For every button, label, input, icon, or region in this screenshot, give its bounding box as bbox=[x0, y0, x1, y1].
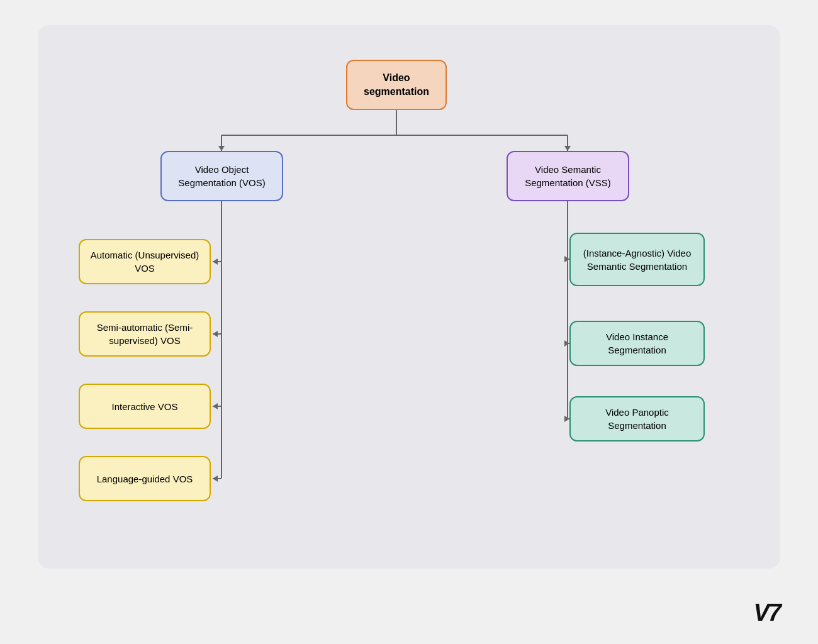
svg-marker-13 bbox=[213, 403, 218, 409]
vss-label: Video Semantic Segmentation (VSS) bbox=[518, 163, 618, 189]
panoptic-node: Video Panoptic Segmentation bbox=[569, 396, 705, 441]
diagram-container: Video segmentation Video Object Segmenta… bbox=[38, 25, 780, 569]
semi-vos-node: Semi-automatic (Semi-supervised) VOS bbox=[79, 311, 211, 357]
video-instance-label: Video Instance Segmentation bbox=[581, 330, 693, 357]
instance-agnostic-node: (Instance-Agnostic) Video Semantic Segme… bbox=[569, 233, 705, 286]
instance-agnostic-label: (Instance-Agnostic) Video Semantic Segme… bbox=[581, 247, 693, 273]
v7-logo: V7 bbox=[754, 599, 780, 626]
semi-vos-label: Semi-automatic (Semi-supervised) VOS bbox=[90, 321, 199, 347]
svg-marker-22 bbox=[564, 416, 569, 422]
interactive-vos-node: Interactive VOS bbox=[79, 384, 211, 429]
auto-vos-label: Automatic (Unsupervised) VOS bbox=[90, 248, 199, 275]
vss-node: Video Semantic Segmentation (VSS) bbox=[507, 151, 629, 201]
interactive-vos-label: Interactive VOS bbox=[111, 400, 177, 413]
diagram-inner: Video segmentation Video Object Segmenta… bbox=[38, 25, 780, 569]
svg-marker-15 bbox=[213, 475, 218, 482]
vos-label: Video Object Segmentation (VOS) bbox=[172, 163, 272, 189]
auto-vos-node: Automatic (Unsupervised) VOS bbox=[79, 239, 211, 284]
svg-marker-6 bbox=[564, 146, 571, 151]
root-node: Video segmentation bbox=[346, 60, 447, 110]
video-instance-node: Video Instance Segmentation bbox=[569, 321, 705, 366]
svg-marker-18 bbox=[564, 256, 569, 262]
vos-node: Video Object Segmentation (VOS) bbox=[160, 151, 283, 201]
page-wrapper: Video segmentation Video Object Segmenta… bbox=[0, 0, 818, 644]
svg-marker-11 bbox=[213, 331, 218, 337]
language-vos-node: Language-guided VOS bbox=[79, 456, 211, 501]
svg-marker-9 bbox=[213, 258, 218, 265]
svg-marker-4 bbox=[218, 146, 225, 151]
language-vos-label: Language-guided VOS bbox=[97, 472, 193, 486]
panoptic-label: Video Panoptic Segmentation bbox=[581, 406, 693, 432]
svg-marker-20 bbox=[564, 340, 569, 347]
root-label: Video segmentation bbox=[357, 71, 435, 99]
